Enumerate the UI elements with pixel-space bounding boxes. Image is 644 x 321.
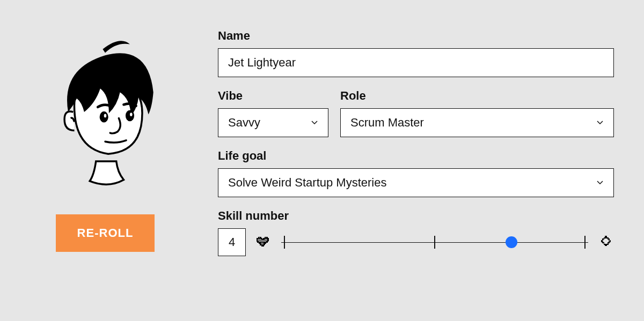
slider-tick (584, 236, 586, 249)
skill-number-box[interactable]: 4 (218, 228, 246, 256)
svg-point-3 (130, 113, 133, 116)
vibe-value: Savvy (228, 116, 260, 130)
chevron-down-icon (311, 119, 318, 126)
slider-tick (284, 236, 285, 249)
reroll-button[interactable]: RE-ROLL (56, 214, 155, 252)
role-label: Role (340, 89, 614, 103)
goal-value: Solve Weird Startup Mysteries (228, 176, 386, 190)
slider-thumb[interactable] (506, 236, 517, 248)
name-input[interactable] (228, 56, 604, 70)
goal-label: Life goal (218, 149, 614, 163)
vibe-select[interactable]: Savvy (218, 108, 328, 137)
diamond-icon (598, 234, 614, 250)
slider-tick (434, 236, 435, 249)
goal-select[interactable]: Solve Weird Startup Mysteries (218, 168, 614, 197)
role-select[interactable]: Scrum Master (340, 108, 614, 137)
chevron-down-icon (596, 119, 604, 126)
name-label: Name (218, 29, 614, 43)
svg-point-2 (104, 114, 107, 117)
skill-slider[interactable] (281, 234, 588, 250)
name-input-wrap[interactable] (218, 48, 614, 77)
svg-point-1 (126, 110, 134, 122)
chevron-down-icon (596, 179, 604, 186)
svg-point-0 (100, 111, 108, 123)
role-value: Scrum Master (350, 116, 424, 130)
vibe-label: Vibe (218, 89, 328, 103)
heart-icon (255, 234, 272, 250)
skill-label: Skill number (218, 209, 614, 223)
avatar (41, 29, 170, 195)
